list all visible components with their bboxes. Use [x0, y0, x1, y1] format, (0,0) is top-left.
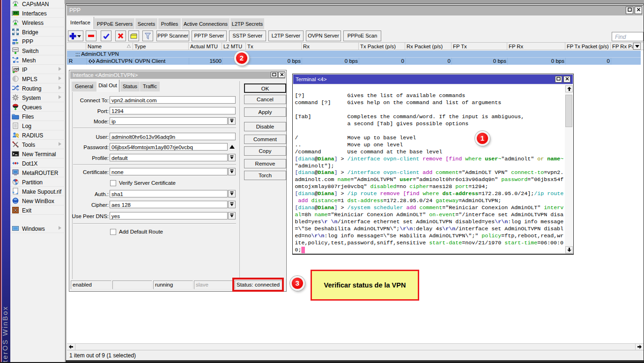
svg-text:255: 255 — [13, 67, 19, 71]
